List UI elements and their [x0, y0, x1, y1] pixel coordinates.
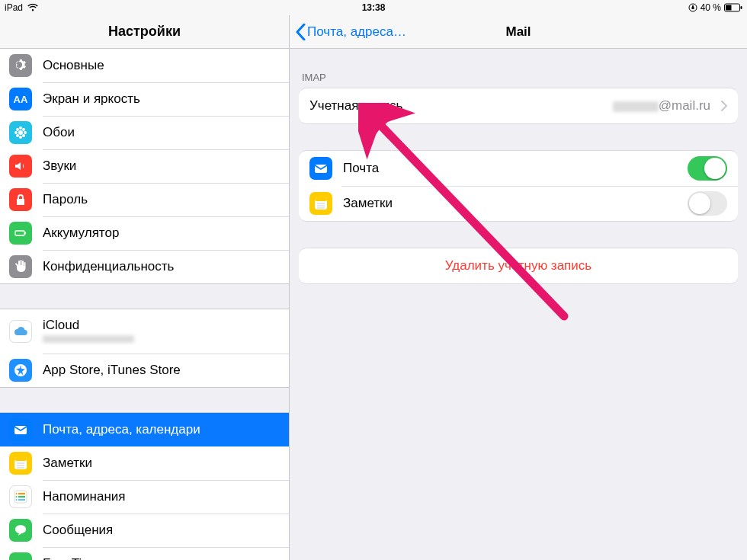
sidebar-item-notes[interactable]: Заметки [0, 446, 289, 480]
svg-point-5 [19, 126, 22, 130]
sidebar-item-label: Сообщения [43, 523, 277, 538]
status-time: 13:38 [0, 2, 747, 13]
sidebar-title: Настройки [0, 15, 289, 49]
AA-icon: AA [9, 88, 32, 110]
reminders-icon [9, 485, 32, 508]
sidebar-item-label: Основные [43, 58, 277, 73]
back-label: Почта, адреса… [307, 24, 406, 40]
svg-point-4 [18, 130, 23, 135]
svg-rect-2 [741, 6, 742, 9]
service-row-mail-svc: Почта [299, 151, 738, 186]
gear-icon [9, 54, 32, 77]
sidebar-item-mail[interactable]: Почта, адреса, календари [0, 413, 289, 446]
mail-icon [9, 418, 32, 441]
svg-rect-18 [14, 457, 27, 461]
back-button[interactable]: Почта, адреса… [290, 24, 412, 40]
speaker-icon [9, 155, 32, 178]
redacted-username [613, 101, 659, 112]
sidebar-item-label: FaceTime [43, 556, 277, 560]
appstore-icon [9, 359, 32, 382]
svg-rect-14 [25, 232, 27, 235]
svg-point-28 [16, 499, 18, 501]
cloud-icon [9, 320, 32, 343]
sidebar-item-passcode[interactable]: Пароль [0, 183, 289, 216]
account-card: Учетная запись @mail.ru [299, 88, 738, 124]
settings-sidebar: Настройки ОсновныеAAЭкран и яркостьОбоиЗ… [0, 15, 290, 560]
svg-rect-32 [315, 197, 327, 201]
video-icon [9, 552, 32, 560]
toggle-notes-svc[interactable] [688, 191, 727, 216]
hand-icon [9, 255, 32, 278]
sidebar-item-messages[interactable]: Сообщения [0, 514, 289, 547]
sidebar-item-privacy[interactable]: Конфиденциальность [0, 250, 289, 283]
sidebar-item-sounds[interactable]: Звуки [0, 149, 289, 183]
svg-point-10 [22, 128, 25, 131]
svg-point-11 [16, 134, 19, 137]
settings-list[interactable]: ОсновныеAAЭкран и яркостьОбоиЗвукиПароль… [0, 49, 289, 560]
account-row[interactable]: Учетная запись @mail.ru [299, 88, 738, 123]
sidebar-item-display[interactable]: AAЭкран и яркость [0, 82, 289, 116]
sidebar-item-label: Почта, адреса, календари [43, 422, 277, 437]
service-label: Почта [343, 161, 677, 176]
battery-icon [724, 3, 742, 12]
sidebar-item-label: Конфиденциальность [43, 259, 277, 274]
service-row-notes-svc: Заметки [299, 186, 738, 221]
notes-icon [309, 192, 332, 215]
delete-account-button[interactable]: Удалить учетную запись [299, 248, 738, 283]
imap-header: IMAP [290, 72, 747, 88]
sidebar-item-wallpaper[interactable]: Обои [0, 116, 289, 149]
detail-pane: Почта, адреса… Mail IMAP Учетная запись … [290, 15, 747, 560]
lock-icon [9, 188, 32, 211]
sidebar-item-label: Экран и яркость [43, 91, 277, 107]
orientation-lock-icon [688, 3, 697, 12]
sidebar-item-general[interactable]: Основные [0, 49, 289, 82]
svg-rect-13 [15, 231, 24, 235]
battery-percent: 40 % [701, 2, 721, 13]
sidebar-item-label: iCloud [43, 318, 277, 333]
wifi-icon [27, 4, 38, 11]
sidebar-item-label: Аккумулятор [43, 226, 277, 241]
detail-body: IMAP Учетная запись @mail.ru ПочтаЗаметк… [290, 49, 747, 560]
device-name: iPad [5, 2, 23, 13]
svg-point-7 [14, 131, 18, 134]
status-left: iPad [5, 2, 38, 13]
notes-icon [9, 452, 32, 475]
chevron-right-icon [721, 101, 727, 111]
services-card: ПочтаЗаметки [299, 150, 738, 222]
status-right: 40 % [688, 2, 742, 13]
mail-icon [309, 157, 332, 180]
sidebar-item-facetime[interactable]: FaceTime [0, 547, 289, 560]
sidebar-item-label: Напоминания [43, 489, 277, 504]
sidebar-item-label: Пароль [43, 192, 277, 207]
bubble-icon [9, 519, 32, 542]
sidebar-item-reminders[interactable]: Напоминания [0, 480, 289, 514]
flower-icon [9, 121, 32, 144]
battery-icon [9, 222, 32, 245]
sidebar-item-label: Заметки [43, 456, 277, 471]
delete-card: Удалить учетную запись [299, 248, 738, 284]
toggle-mail-svc[interactable] [688, 156, 727, 181]
service-label: Заметки [343, 196, 677, 211]
sidebar-item-battery[interactable]: Аккумулятор [0, 216, 289, 250]
svg-point-26 [16, 493, 18, 494]
status-bar: iPad 13:38 40 % [0, 0, 747, 15]
sidebar-item-label: Звуки [43, 158, 277, 174]
account-value: @mail.ru [613, 98, 710, 114]
icloud-account-sub [43, 334, 277, 345]
svg-point-9 [16, 128, 19, 131]
sidebar-item-appstore[interactable]: App Store, iTunes Store [0, 354, 289, 387]
detail-header: Почта, адреса… Mail [290, 15, 747, 49]
sidebar-item-label: Обои [43, 125, 277, 140]
svg-point-27 [16, 496, 18, 498]
svg-rect-3 [726, 5, 732, 11]
sidebar-item-label: App Store, iTunes Store [43, 363, 277, 378]
svg-point-8 [24, 131, 27, 134]
svg-point-6 [19, 136, 22, 139]
account-label: Учетная запись [309, 98, 602, 114]
svg-point-12 [22, 134, 25, 137]
sidebar-item-icloud[interactable]: iCloud [0, 309, 289, 354]
